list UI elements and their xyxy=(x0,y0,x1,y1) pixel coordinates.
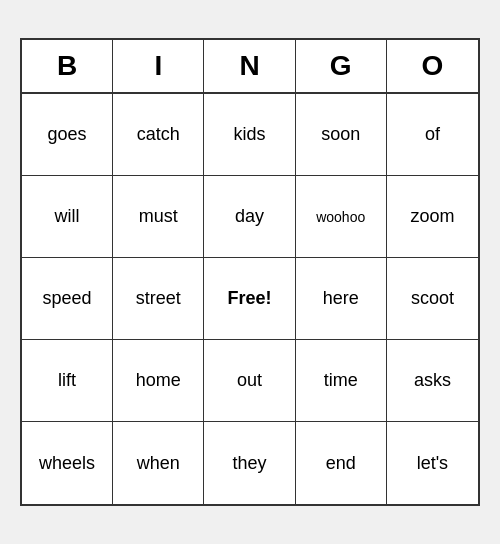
bingo-cell-6[interactable]: must xyxy=(113,176,204,258)
bingo-card: BINGO goescatchkidssoonofwillmustdaywooh… xyxy=(20,38,480,506)
bingo-cell-8[interactable]: woohoo xyxy=(296,176,387,258)
bingo-cell-21[interactable]: when xyxy=(113,422,204,504)
bingo-cell-24[interactable]: let's xyxy=(387,422,478,504)
header-letter-G: G xyxy=(296,40,387,92)
header-letter-N: N xyxy=(204,40,295,92)
bingo-cell-14[interactable]: scoot xyxy=(387,258,478,340)
bingo-cell-16[interactable]: home xyxy=(113,340,204,422)
bingo-cell-4[interactable]: of xyxy=(387,94,478,176)
bingo-cell-12[interactable]: Free! xyxy=(204,258,295,340)
bingo-cell-15[interactable]: lift xyxy=(22,340,113,422)
bingo-cell-3[interactable]: soon xyxy=(296,94,387,176)
bingo-cell-20[interactable]: wheels xyxy=(22,422,113,504)
bingo-header: BINGO xyxy=(22,40,478,94)
header-letter-O: O xyxy=(387,40,478,92)
bingo-cell-23[interactable]: end xyxy=(296,422,387,504)
bingo-cell-10[interactable]: speed xyxy=(22,258,113,340)
bingo-cell-18[interactable]: time xyxy=(296,340,387,422)
header-letter-I: I xyxy=(113,40,204,92)
header-letter-B: B xyxy=(22,40,113,92)
bingo-cell-11[interactable]: street xyxy=(113,258,204,340)
bingo-cell-22[interactable]: they xyxy=(204,422,295,504)
bingo-cell-1[interactable]: catch xyxy=(113,94,204,176)
bingo-cell-0[interactable]: goes xyxy=(22,94,113,176)
bingo-cell-13[interactable]: here xyxy=(296,258,387,340)
bingo-cell-2[interactable]: kids xyxy=(204,94,295,176)
bingo-grid: goescatchkidssoonofwillmustdaywoohoozoom… xyxy=(22,94,478,504)
bingo-cell-7[interactable]: day xyxy=(204,176,295,258)
bingo-cell-5[interactable]: will xyxy=(22,176,113,258)
bingo-cell-9[interactable]: zoom xyxy=(387,176,478,258)
bingo-cell-19[interactable]: asks xyxy=(387,340,478,422)
bingo-cell-17[interactable]: out xyxy=(204,340,295,422)
